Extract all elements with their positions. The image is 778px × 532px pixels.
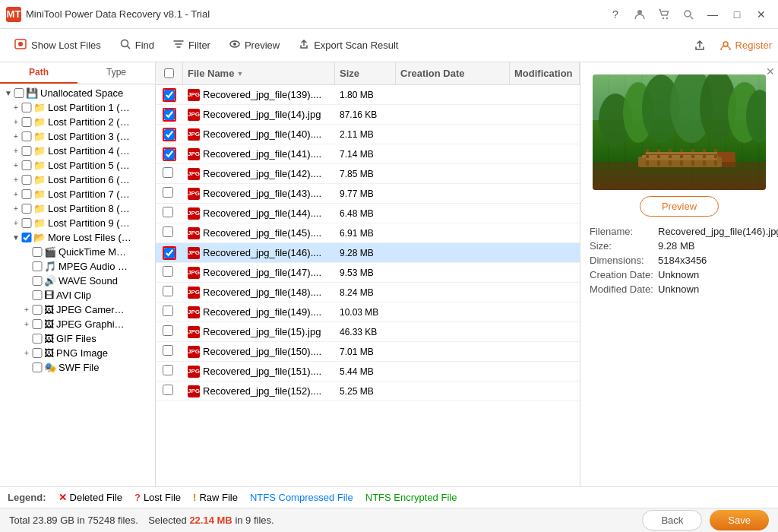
tree-checkbox-lp4[interactable] xyxy=(21,146,32,156)
tree-node-lp7[interactable]: + 📁 Lost Partition 7 (… xyxy=(0,187,155,201)
tree-node-jgraph[interactable]: + 🖼 JPEG Graphi… xyxy=(0,317,155,331)
col-header-checkbox[interactable] xyxy=(156,62,183,84)
tree-node-lp2[interactable]: + 📁 Lost Partition 2 (… xyxy=(0,115,155,129)
filter-button[interactable]: Filter xyxy=(165,34,218,57)
tree-node-jcam[interactable]: + 🖼 JPEG Camer… xyxy=(0,302,155,317)
cart-button[interactable] xyxy=(653,6,675,23)
table-row[interactable]: JPGRecovered_jpg_file(143)....9.77 MB xyxy=(156,184,580,204)
tree-node-gif[interactable]: 🖼 GIF Files xyxy=(0,331,155,346)
tree-node-unallocated[interactable]: ▼ 💾 Unallocated Space xyxy=(0,86,155,100)
tree-node-mpega[interactable]: 🎵 MPEG Audio … xyxy=(0,259,155,274)
tree-checkbox-unallocated[interactable] xyxy=(14,88,24,98)
tree-checkbox-mpega[interactable] xyxy=(32,261,43,271)
col-header-creation[interactable]: Creation Date xyxy=(396,62,510,84)
tree-node-qtm[interactable]: 🎬 QuickTime M… xyxy=(0,245,155,259)
tree-node-lp9[interactable]: + 📁 Lost Partition 9 (… xyxy=(0,216,155,230)
file-checkbox[interactable] xyxy=(163,365,173,375)
table-row[interactable]: JPGRecovered_jpg_file(142)....7.85 MB xyxy=(156,164,580,184)
tree-node-wave[interactable]: 🔊 WAVE Sound xyxy=(0,274,155,288)
file-checkbox[interactable] xyxy=(164,129,175,140)
tree-checkbox-qtm[interactable] xyxy=(32,247,43,257)
file-checkbox[interactable] xyxy=(163,345,173,356)
col-header-name[interactable]: File Name ▼ xyxy=(183,62,335,84)
register-button[interactable]: Register xyxy=(719,40,772,52)
file-checkbox[interactable] xyxy=(163,286,173,296)
close-right-panel-button[interactable]: ✕ xyxy=(766,65,775,78)
export-button[interactable]: Export Scan Result xyxy=(290,34,406,57)
tree-checkbox-gif[interactable] xyxy=(32,334,43,344)
back-button[interactable]: Back xyxy=(642,510,702,530)
tab-type[interactable]: Type xyxy=(77,62,155,84)
tree-checkbox-lp3[interactable] xyxy=(21,131,32,141)
table-row[interactable]: JPGRecovered_jpg_file(152)....5.25 MB xyxy=(156,382,580,401)
share-button[interactable] xyxy=(686,36,713,55)
find-button[interactable]: Find xyxy=(112,34,162,57)
file-checkbox[interactable] xyxy=(163,325,173,336)
search-window-button[interactable] xyxy=(678,6,699,23)
tree-node-lp5[interactable]: + 📁 Lost Partition 5 (… xyxy=(0,158,155,173)
save-button[interactable]: Save xyxy=(710,510,769,530)
preview-toolbar-button[interactable]: Preview xyxy=(221,34,287,57)
tree-checkbox-wave[interactable] xyxy=(32,276,43,286)
preview-action-button[interactable]: Preview xyxy=(640,196,719,217)
show-lost-files-button[interactable]: Show Lost Files xyxy=(6,33,109,58)
table-row[interactable]: JPGRecovered_jpg_file(145)....6.91 MB xyxy=(156,223,580,243)
table-row[interactable]: JPGRecovered_jpg_file(144)....6.48 MB xyxy=(156,204,580,223)
file-checkbox[interactable] xyxy=(163,385,173,395)
minimize-button[interactable]: — xyxy=(702,6,723,23)
tree-checkbox-swf[interactable] xyxy=(32,363,43,372)
tree-node-mlf[interactable]: ▼ 📂 More Lost Files (… xyxy=(0,230,155,245)
table-row[interactable]: JPGRecovered_jpg_file(149)....10.03 MB xyxy=(156,302,580,322)
table-row[interactable]: JPGRecovered_jpg_file(151)....5.44 MB xyxy=(156,362,580,382)
tree-checkbox-mlf[interactable] xyxy=(21,233,32,242)
tree-checkbox-lp8[interactable] xyxy=(21,204,32,214)
file-checkbox[interactable] xyxy=(163,167,173,178)
select-all-checkbox[interactable] xyxy=(164,68,174,78)
table-row[interactable]: JPGRecovered_jpg_file(141)....7.14 MB xyxy=(156,144,580,164)
tree-checkbox-lp5[interactable] xyxy=(21,160,32,170)
file-checkbox[interactable] xyxy=(163,207,173,217)
maximize-button[interactable]: □ xyxy=(726,6,748,23)
tree-node-png[interactable]: + 🖼 PNG Image xyxy=(0,346,155,360)
tree-label-mpega: MPEG Audio … xyxy=(59,261,128,272)
col-header-modification[interactable]: Modification xyxy=(510,62,580,84)
table-row[interactable]: JPGRecovered_jpg_file(150)....7.01 MB xyxy=(156,342,580,362)
table-row[interactable]: JPGRecovered_jpg_file(148)....8.24 MB xyxy=(156,283,580,302)
table-row[interactable]: JPGRecovered_jpg_file(14).jpg87.16 KB xyxy=(156,105,580,125)
tree-checkbox-lp2[interactable] xyxy=(21,117,32,127)
tree-checkbox-avi[interactable] xyxy=(32,290,43,300)
tree-checkbox-png[interactable] xyxy=(32,348,43,358)
file-checkbox[interactable] xyxy=(164,149,175,160)
legend-deleted-icon: ✕ xyxy=(59,492,67,503)
tree-checkbox-lp6[interactable] xyxy=(21,175,32,185)
file-checkbox[interactable] xyxy=(163,226,173,237)
table-row[interactable]: JPGRecovered_jpg_file(146)....9.28 MB xyxy=(156,243,580,263)
file-checkbox[interactable] xyxy=(163,266,173,277)
table-row[interactable]: JPGRecovered_jpg_file(140)....2.11 MB xyxy=(156,125,580,144)
table-row[interactable]: JPGRecovered_jpg_file(15).jpg46.33 KB xyxy=(156,322,580,342)
tree-node-lp4[interactable]: + 📁 Lost Partition 4 (… xyxy=(0,144,155,158)
table-row[interactable]: JPGRecovered_jpg_file(147)....9.53 MB xyxy=(156,263,580,283)
tree-checkbox-lp9[interactable] xyxy=(21,218,32,228)
col-header-size[interactable]: Size xyxy=(335,62,396,84)
tree-checkbox-lp7[interactable] xyxy=(21,189,32,199)
tree-node-lp6[interactable]: + 📁 Lost Partition 6 (… xyxy=(0,173,155,187)
table-row[interactable]: JPGRecovered_jpg_file(139)....1.80 MB xyxy=(156,85,580,105)
tree-node-avi[interactable]: 🎞 AVI Clip xyxy=(0,288,155,302)
tree-checkbox-lp1[interactable] xyxy=(21,103,32,112)
user-button[interactable] xyxy=(629,6,650,23)
tree-checkbox-jgraph[interactable] xyxy=(32,319,43,329)
tab-path[interactable]: Path xyxy=(0,62,77,84)
tree-node-swf[interactable]: 🎭 SWF File xyxy=(0,360,155,375)
file-checkbox[interactable] xyxy=(164,90,175,100)
file-checkbox[interactable] xyxy=(164,248,175,258)
file-checkbox[interactable] xyxy=(163,187,173,198)
close-button[interactable]: ✕ xyxy=(751,6,772,23)
tree-node-lp1[interactable]: + 📁 Lost Partition 1 (… xyxy=(0,100,155,115)
file-checkbox[interactable] xyxy=(164,109,175,120)
tree-checkbox-jcam[interactable] xyxy=(32,305,43,315)
help-button[interactable]: ? xyxy=(605,6,626,23)
tree-node-lp8[interactable]: + 📁 Lost Partition 8 (… xyxy=(0,201,155,216)
file-checkbox[interactable] xyxy=(163,306,173,316)
tree-node-lp3[interactable]: + 📁 Lost Partition 3 (… xyxy=(0,129,155,144)
